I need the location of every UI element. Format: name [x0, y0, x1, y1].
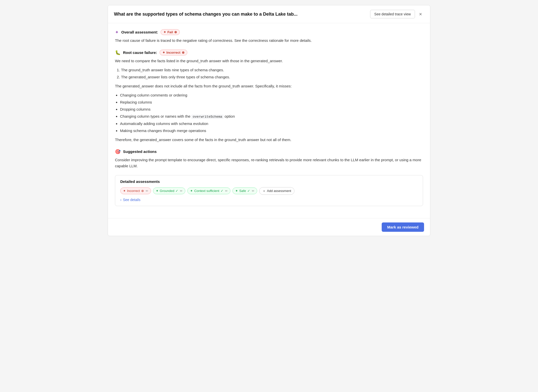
code-snippet: overwriteSchema [191, 115, 223, 119]
suggested-actions-label: Suggested actions [123, 149, 157, 154]
main-panel: What are the supported types of schema c… [108, 5, 430, 236]
tag-edit-icon[interactable]: ✏ [225, 189, 228, 193]
incorrect-badge-text: Incorrect [166, 51, 181, 54]
incorrect-close-icon: ⊗ [182, 51, 185, 54]
see-details-row[interactable]: › See details [120, 198, 418, 202]
list-item: The generated_answer lists only three ty… [121, 74, 423, 80]
grounded-tag-text: Grounded [160, 189, 174, 193]
close-button[interactable]: × [417, 11, 424, 18]
list-item: Changing column types or names with the … [120, 113, 423, 120]
tag-sparkle-icon: ✦ [156, 189, 159, 193]
grounded-tag[interactable]: ✦ Grounded ✓ ✏ [153, 187, 186, 194]
mark-reviewed-button[interactable]: Mark as reviewed [382, 222, 424, 232]
badge-incorrect-sparkle-icon: ✦ [162, 51, 165, 54]
root-cause-section: 🐛 Root cause failure: ✦ Incorrect ⊗ We n… [115, 50, 423, 143]
tag-check-icon: ✓ [175, 189, 178, 193]
assessments-tags: ✦ Incorrect ⊗ ✏ ✦ Grounded ✓ ✏ ✦ Context… [120, 187, 418, 195]
overall-assessment-section: ✦ Overall assessment: ✦ Fail ⊗ The root … [115, 29, 423, 44]
suggested-actions-section: 🎯 Suggested actions Consider improving t… [115, 149, 423, 169]
detailed-assessments-label: Detailed assessments [120, 179, 418, 184]
suggested-actions-text: Consider improving the prompt template t… [115, 157, 423, 169]
panel-body: ✦ Overall assessment: ✦ Fail ⊗ The root … [108, 23, 430, 218]
see-details-label: See details [123, 198, 140, 202]
root-cause-content: We need to compare the facts listed in t… [115, 58, 423, 143]
missing-items-list: Changing column comments or ordering Rep… [120, 92, 423, 134]
incorrect-badge: ✦ Incorrect ⊗ [160, 50, 187, 55]
header-actions: See detailed trace view × [370, 10, 424, 18]
overall-assessment-description: The root cause of failure is traced to t… [115, 38, 423, 44]
overall-assessment-label: Overall assessment: [121, 30, 158, 34]
root-cause-middle-text: The generated_answer does not include al… [115, 83, 423, 89]
actions-icon: 🎯 [115, 149, 121, 154]
tag-sparkle-icon: ✦ [123, 189, 126, 193]
overall-assessment-header: ✦ Overall assessment: ✦ Fail ⊗ [115, 29, 423, 35]
root-cause-intro: We need to compare the facts listed in t… [115, 58, 423, 64]
panel-footer: Mark as reviewed [108, 218, 430, 236]
tag-remove-icon[interactable]: ⊗ [141, 189, 144, 193]
root-cause-header: 🐛 Root cause failure: ✦ Incorrect ⊗ [115, 50, 423, 55]
panel-header: What are the supported types of schema c… [108, 5, 430, 23]
badge-sparkle-icon: ✦ [163, 30, 166, 34]
context-tag-text: Context sufficient [194, 189, 219, 193]
fail-close-icon: ⊗ [174, 30, 177, 34]
root-cause-label: Root cause failure: [123, 50, 157, 55]
list-item: Changing column comments or ordering [120, 92, 423, 98]
tag-check-icon: ✓ [221, 189, 223, 193]
add-assessment-button[interactable]: ＋ Add assessment [259, 187, 294, 195]
add-assessment-label: Add assessment [267, 189, 291, 193]
tag-check-icon: ✓ [247, 189, 250, 193]
root-cause-conclusion: Therefore, the generated_answer covers s… [115, 137, 423, 143]
detailed-assessments-box: Detailed assessments ✦ Incorrect ⊗ ✏ ✦ G… [115, 175, 423, 206]
list-item: Automatically adding columns with schema… [120, 121, 423, 127]
list-item: The ground_truth answer lists nine types… [121, 67, 423, 73]
chevron-right-icon: › [120, 198, 122, 202]
fail-badge-text: Fail [167, 30, 173, 34]
missing-item-text-suffix: option [224, 114, 235, 118]
incorrect-tag[interactable]: ✦ Incorrect ⊗ ✏ [120, 187, 151, 194]
missing-item-text-prefix: Changing column types or names with the [120, 114, 191, 118]
context-sufficient-tag[interactable]: ✦ Context sufficient ✓ ✏ [187, 187, 230, 194]
safe-tag-text: Safe [239, 189, 246, 193]
safe-tag[interactable]: ✦ Safe ✓ ✏ [232, 187, 257, 194]
trace-view-button[interactable]: See detailed trace view [370, 10, 415, 18]
list-item: Dropping columns [120, 106, 423, 112]
sparkle-icon: ✦ [115, 29, 119, 35]
incorrect-tag-text: Incorrect [127, 189, 140, 193]
plus-icon: ＋ [262, 189, 266, 193]
root-cause-list: The ground_truth answer lists nine types… [121, 67, 423, 80]
page-title: What are the supported types of schema c… [114, 12, 365, 17]
suggested-actions-header: 🎯 Suggested actions [115, 149, 423, 154]
tag-edit-icon[interactable]: ✏ [180, 189, 183, 193]
tag-sparkle-icon: ✦ [235, 189, 238, 193]
tag-edit-icon[interactable]: ✏ [252, 189, 254, 193]
tag-sparkle-icon: ✦ [190, 189, 193, 193]
list-item: Making schema changes through merge oper… [120, 128, 423, 134]
tag-edit-icon[interactable]: ✏ [146, 189, 148, 193]
fail-badge: ✦ Fail ⊗ [161, 29, 180, 35]
bug-icon: 🐛 [115, 50, 121, 55]
list-item: Replacing columns [120, 99, 423, 105]
